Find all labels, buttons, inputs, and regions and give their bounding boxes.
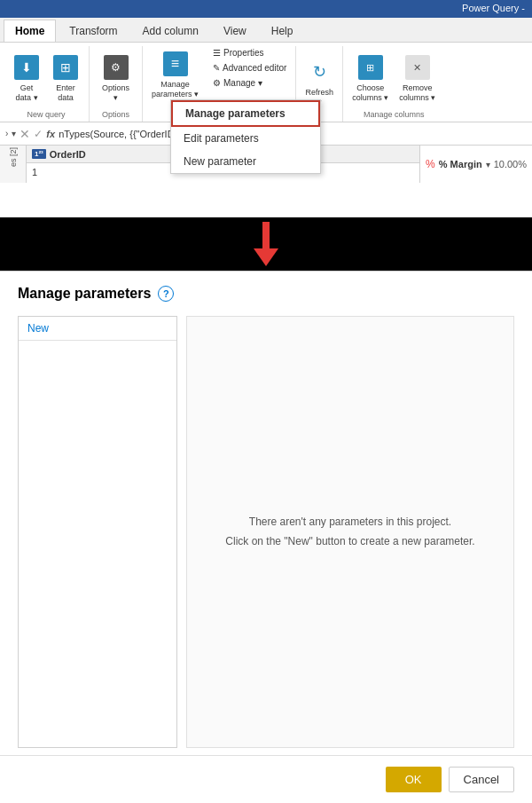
- tab-home[interactable]: Home: [4, 20, 56, 42]
- grid-sidebar: es [2]: [0, 146, 27, 183]
- tab-transform[interactable]: Transform: [58, 20, 129, 42]
- ribbon-group-options: ⚙ Options▾ Options: [90, 46, 143, 122]
- arrow-section: [0, 217, 532, 271]
- dropdown-manage-parameters[interactable]: Manage parameters: [171, 100, 320, 127]
- margin-label: % Margin: [439, 159, 482, 169]
- parameter-list-panel: New: [18, 316, 177, 748]
- empty-message-line2: Click on the "New" button to create a ne…: [225, 532, 474, 552]
- dropdown-new-parameter[interactable]: New parameter: [171, 150, 320, 173]
- query-actions: ☰ Properties ✎ Advanced editor ⚙ Manage …: [209, 46, 290, 90]
- get-data-icon: ⬇: [12, 53, 41, 82]
- margin-value: 10.00%: [494, 159, 527, 169]
- choose-columns-icon: ⊞: [356, 53, 385, 82]
- collapse-toggle[interactable]: ▾: [12, 129, 16, 138]
- cancel-button[interactable]: Cancel: [449, 767, 514, 792]
- manage-params-icon: ≡: [161, 50, 190, 78]
- manage-columns-label: Manage columns: [364, 110, 425, 122]
- formula-confirm-icon[interactable]: ✓: [34, 128, 43, 140]
- tab-help[interactable]: Help: [260, 20, 305, 42]
- formula-fx-label: fx: [46, 129, 55, 139]
- tab-add-column[interactable]: Add column: [131, 20, 210, 42]
- manage-icon: ⚙: [213, 78, 221, 88]
- options-button[interactable]: ⚙ Options▾: [98, 50, 134, 106]
- get-data-button[interactable]: ⬇ Getdata ▾: [9, 50, 44, 106]
- manage-button[interactable]: ⚙ Manage ▾: [209, 76, 290, 90]
- power-query-ribbon: Power Query - Home Transform Add column …: [0, 0, 532, 217]
- empty-message-line1: There aren't any parameters in this proj…: [225, 513, 474, 532]
- margin-percent-icon: %: [426, 158, 435, 170]
- margin-area: % % Margin ▾ 10.00%: [419, 146, 532, 183]
- new-parameter-link[interactable]: New: [19, 317, 176, 341]
- dialog-header: Manage parameters ?: [0, 272, 532, 309]
- arrow-head: [254, 248, 278, 266]
- column-type-icon: 1²³: [32, 149, 46, 159]
- ribbon-group-new-query: ⬇ Getdata ▾ ⊞ Enterdata New query: [4, 46, 90, 122]
- options-label: Options: [102, 110, 129, 122]
- ok-button[interactable]: OK: [386, 767, 442, 792]
- tab-view[interactable]: View: [212, 20, 258, 42]
- title-bar: Power Query -: [0, 0, 532, 18]
- options-icon: ⚙: [102, 53, 130, 82]
- formula-cancel-icon[interactable]: ✕: [20, 127, 30, 141]
- remove-columns-button[interactable]: ✕ Removecolumns ▾: [395, 50, 439, 106]
- advanced-editor-icon: ✎: [213, 63, 220, 73]
- dialog-title: Manage parameters: [18, 286, 151, 302]
- manage-parameters-button[interactable]: ≡ Manageparameters ▾: [148, 46, 202, 103]
- parameter-list-empty: [19, 341, 176, 747]
- ribbon-group-manage-columns: ⊞ Choosecolumns ▾ ✕ Removecolumns ▾ Mana…: [343, 46, 444, 122]
- sidebar-query-label: es [2]: [9, 147, 18, 167]
- manage-parameters-dialog: Manage parameters ? New There aren't any…: [0, 271, 532, 803]
- advanced-editor-button[interactable]: ✎ Advanced editor: [209, 61, 290, 75]
- tab-bar: Home Transform Add column View Help: [0, 18, 532, 43]
- column-name: OrderID: [50, 149, 86, 160]
- arrow-shaft: [262, 222, 270, 248]
- dialog-help-button[interactable]: ?: [158, 286, 174, 302]
- dropdown-edit-parameters[interactable]: Edit parameters: [171, 127, 320, 150]
- dialog-body: New There aren't any parameters in this …: [0, 309, 532, 755]
- dialog-footer: OK Cancel: [0, 755, 532, 803]
- refresh-icon: ↻: [305, 58, 333, 86]
- remove-columns-icon: ✕: [403, 53, 432, 82]
- choose-columns-button[interactable]: ⊞ Choosecolumns ▾: [348, 50, 392, 106]
- dropdown-menu: Manage parameters Edit parameters New pa…: [170, 99, 321, 174]
- properties-button[interactable]: ☰ Properties: [209, 46, 290, 59]
- margin-dropdown-button[interactable]: ▾: [486, 160, 490, 169]
- properties-icon: ☰: [213, 48, 221, 58]
- cell-value-1: 1: [32, 167, 37, 177]
- enter-data-button[interactable]: ⊞ Enterdata: [48, 50, 83, 106]
- empty-message: There aren't any parameters in this proj…: [225, 513, 474, 551]
- title-text: Power Query -: [462, 3, 525, 13]
- new-query-label: New query: [27, 110, 65, 122]
- red-arrow: [254, 222, 278, 266]
- parameter-detail-panel: There aren't any parameters in this proj…: [186, 316, 514, 748]
- enter-data-icon: ⊞: [51, 53, 80, 82]
- sidebar-toggle[interactable]: ›: [5, 129, 8, 138]
